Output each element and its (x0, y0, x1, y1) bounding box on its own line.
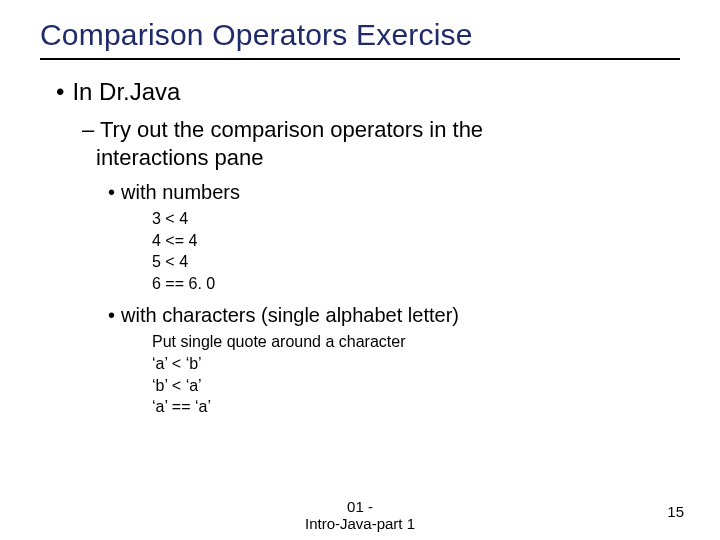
bullet-lvl2: – Try out the comparison operators in th… (40, 116, 680, 171)
page-number: 15 (667, 503, 684, 520)
bullet-lvl3-numbers: •with numbers (40, 181, 680, 204)
footer-center: 01 - Intro-Java-part 1 (0, 498, 720, 533)
code-line: ‘b’ < ‘a’ (152, 375, 680, 397)
section-chars-label: with characters (single alphabet letter) (121, 304, 459, 326)
footer-line1: 01 - (0, 498, 720, 515)
code-line: ‘a’ < ‘b’ (152, 353, 680, 375)
bullet-dot-icon: • (108, 304, 115, 326)
numbers-examples: 3 < 4 4 <= 4 5 < 4 6 == 6. 0 (40, 208, 680, 294)
footer-line2: Intro-Java-part 1 (0, 515, 720, 532)
chars-examples: Put single quote around a character ‘a’ … (40, 331, 680, 417)
lvl2-line1: – Try out the comparison operators in th… (82, 117, 483, 142)
bullet-dot-icon: • (56, 78, 64, 105)
bullet-lvl1: •In Dr.Java (40, 78, 680, 106)
code-line: 6 == 6. 0 (152, 273, 680, 295)
code-line: ‘a’ == ‘a’ (152, 396, 680, 418)
bullet-lvl3-chars: •with characters (single alphabet letter… (40, 304, 680, 327)
section-numbers-label: with numbers (121, 181, 240, 203)
lvl1-text: In Dr.Java (72, 78, 180, 105)
code-line: 5 < 4 (152, 251, 680, 273)
code-line: 3 < 4 (152, 208, 680, 230)
code-line: 4 <= 4 (152, 230, 680, 252)
bullet-dot-icon: • (108, 181, 115, 203)
lvl2-line2: interactions pane (96, 145, 264, 170)
slide-title: Comparison Operators Exercise (40, 18, 680, 60)
note-line: Put single quote around a character (152, 331, 680, 353)
